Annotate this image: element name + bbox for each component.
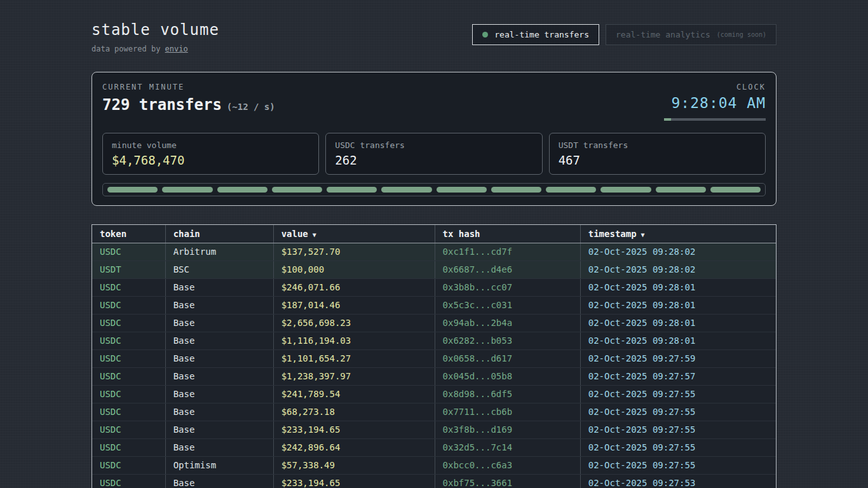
column-label: token [100,229,126,239]
volume-segment [437,187,487,193]
table-row: USDCBase$1,101,654.270x0658...d61702-Oct… [92,349,776,367]
branding: stable volume data powered by envio [92,22,219,53]
stat-card-usdc-transfers: USDC transfers 262 [325,133,542,175]
volume-segment [272,187,322,193]
chain-cell: Base [165,314,273,332]
clock-block: CLOCK 9:28:04 AM [664,83,766,121]
timestamp-cell: 02-Oct-2025 09:28:01 [580,296,776,314]
value-cell: $242,896.64 [273,438,435,456]
column-header-tx-hash: tx hash [435,225,580,243]
sort-desc-icon: ▼ [641,231,645,238]
column-header-timestamp[interactable]: timestamp▼ [580,225,776,243]
tx-hash-link[interactable]: 0x3b8b...cc07 [435,278,580,296]
minute-progress-bar [664,118,766,121]
sort-desc-icon: ▼ [313,231,316,238]
token-cell: USDC [92,421,165,438]
timestamp-cell: 02-Oct-2025 09:28:01 [580,332,776,349]
section-label: CURRENT MINUTE [102,83,275,92]
transfers-rate: (~12 / s) [227,102,275,112]
subtitle-text: data powered by [92,44,165,53]
column-label: timestamp [588,229,637,239]
stat-value: $4,768,470 [112,153,309,167]
value-cell: $187,014.46 [273,296,435,314]
token-cell: USDC [92,314,165,332]
value-cell: $100,000 [273,261,435,278]
timestamp-cell: 02-Oct-2025 09:27:59 [580,349,776,367]
chain-cell: Base [165,438,273,456]
column-label: chain [173,229,200,239]
value-cell: $57,338.49 [273,456,435,474]
stat-label: USDT transfers [559,140,756,150]
value-cell: $2,656,698.23 [273,314,435,332]
table-body: USDCArbitrum$137,527.700xc1f1...cd7f02-O… [92,243,776,488]
chain-cell: Base [165,367,273,385]
timestamp-cell: 02-Oct-2025 09:28:02 [580,243,776,261]
tx-hash-link[interactable]: 0xbcc0...c6a3 [435,456,580,474]
column-label: value [281,229,308,239]
volume-segment [381,187,431,193]
value-cell: $68,273.18 [273,403,435,421]
tab-real-time-transfers[interactable]: real-time transfers [472,24,599,45]
volume-segment [710,187,761,193]
tx-hash-link[interactable]: 0xc1f1...cd7f [435,243,580,261]
token-cell: USDC [92,474,165,488]
app-viewport: stable volume data powered by envio real… [0,0,868,488]
clock-time: 9:28:04 AM [664,95,766,111]
live-dot-icon [482,32,488,37]
timestamp-cell: 02-Oct-2025 09:27:55 [580,421,776,438]
token-cell: USDC [92,296,165,314]
table-header-row: tokenchainvalue▼tx hashtimestamp▼ [92,225,776,243]
current-minute-panel: CURRENT MINUTE 729 transfers(~12 / s) CL… [92,72,776,206]
token-cell: USDC [92,278,165,296]
minute-progress-fill [664,118,671,121]
token-cell: USDC [92,367,165,385]
value-cell: $1,116,194.03 [273,332,435,349]
value-cell: $246,071.66 [273,278,435,296]
timestamp-cell: 02-Oct-2025 09:27:55 [580,456,776,474]
tx-hash-link[interactable]: 0x94ab...2b4a [435,314,580,332]
tx-hash-link[interactable]: 0xbf75...3661 [435,474,580,488]
timestamp-cell: 02-Oct-2025 09:27:55 [580,385,776,403]
timestamp-cell: 02-Oct-2025 09:27:55 [580,438,776,456]
tx-hash-link[interactable]: 0x0658...d617 [435,349,580,367]
stat-card-minute-volume: minute volume $4,768,470 [102,133,319,175]
table-row: USDCBase$242,896.640x32d5...7c1402-Oct-2… [92,438,776,456]
timestamp-cell: 02-Oct-2025 09:28:01 [580,278,776,296]
column-header-value[interactable]: value▼ [273,225,435,243]
chain-cell: Base [165,403,273,421]
volume-segment [107,187,158,193]
column-label: tx hash [443,229,480,239]
chain-cell: Base [165,278,273,296]
chain-cell: BSC [165,261,273,278]
transfers-table-wrap: tokenchainvalue▼tx hashtimestamp▼ USDCAr… [92,224,776,488]
table-row: USDCBase$187,014.460x5c3c...c03102-Oct-2… [92,296,776,314]
volume-segment [327,187,377,193]
tx-hash-link[interactable]: 0x3f8b...d169 [435,421,580,438]
tx-hash-link[interactable]: 0x7711...cb6b [435,403,580,421]
chain-cell: Base [165,385,273,403]
tx-hash-link[interactable]: 0x8d98...6df5 [435,385,580,403]
volume-segment [217,187,268,193]
token-cell: USDC [92,243,165,261]
timestamp-cell: 02-Oct-2025 09:27:57 [580,367,776,385]
token-cell: USDC [92,332,165,349]
volume-segment [491,187,541,193]
table-row: USDCBase$246,071.660x3b8b...cc0702-Oct-2… [92,278,776,296]
value-cell: $1,238,397.97 [273,367,435,385]
tab-real-time-analytics: real-time analytics (coming soon) [606,24,776,45]
tx-hash-link[interactable]: 0x045d...05b8 [435,367,580,385]
volume-segment [600,187,651,193]
tx-hash-link[interactable]: 0x6687...d4e6 [435,261,580,278]
chain-cell: Base [165,474,273,488]
top-bar: stable volume data powered by envio real… [92,0,776,53]
tx-hash-link[interactable]: 0x5c3c...c031 [435,296,580,314]
tx-hash-link[interactable]: 0x6282...b053 [435,332,580,349]
table-row: USDCBase$233,194.650xbf75...366102-Oct-2… [92,474,776,488]
page-subtitle: data powered by envio [92,44,219,53]
chain-cell: Base [165,296,273,314]
value-cell: $1,101,654.27 [273,349,435,367]
clock-label: CLOCK [664,83,766,92]
tx-hash-link[interactable]: 0x32d5...7c14 [435,438,580,456]
envio-link[interactable]: envio [165,44,188,53]
token-cell: USDC [92,456,165,474]
